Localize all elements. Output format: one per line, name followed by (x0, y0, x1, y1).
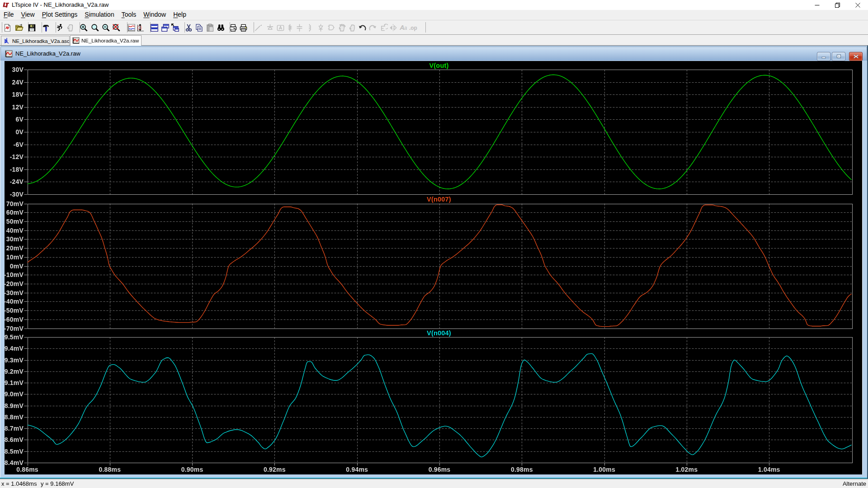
waveform-icon (72, 37, 80, 44)
y-axis-label: -40mV (0, 298, 24, 305)
y-axis-label: 50mV (0, 218, 24, 225)
tab-waveform[interactable]: NE_Likhoradka_V2a.raw (70, 35, 142, 46)
y-axis-label: 8.9mV (0, 402, 24, 409)
y-axis-label: 18V (0, 91, 24, 98)
y-axis-label: 9.1mV (0, 379, 24, 386)
y-axis-label: 10mV (0, 253, 24, 261)
pane-title: V(n007) (427, 196, 451, 203)
y-axis-label: 8.6mV (0, 436, 24, 443)
y-axis-label: 0mV (0, 263, 24, 270)
y-axis-label: -18V (0, 166, 24, 173)
y-axis-label: 8.4mV (0, 459, 24, 466)
y-axis-label: 9.3mV (0, 357, 24, 364)
y-axis-label: 8.5mV (0, 448, 24, 455)
y-axis-label: 70mV (0, 200, 24, 207)
x-axis-label: 0.94ms (337, 466, 377, 473)
x-axis-label: 1.02ms (666, 466, 707, 473)
y-axis-label: 12V (0, 103, 24, 111)
y-axis-label: -10mV (0, 271, 24, 278)
y-axis-label: -50mV (0, 307, 24, 314)
y-axis-label: -30V (0, 191, 24, 198)
x-axis-label: 0.96ms (419, 466, 460, 473)
y-axis-label: 8.8mV (0, 413, 24, 421)
y-axis-label: -30mV (0, 289, 24, 296)
x-axis-label: 0.88ms (90, 466, 130, 473)
waveform-plot-area[interactable]: 30V24V18V12V6V0V-6V-12V-18V-24V-30VV(out… (5, 61, 863, 474)
y-axis-label: 9.0mV (0, 390, 24, 398)
y-axis-label: -12V (0, 153, 24, 160)
x-axis-label: 1.04ms (749, 466, 789, 473)
x-axis-label: 0.90ms (172, 466, 212, 473)
pane-title: V(n004) (427, 329, 451, 337)
y-axis-label: -6V (0, 141, 24, 148)
y-axis-label: 0V (0, 128, 24, 136)
y-axis-label: 60mV (0, 209, 24, 216)
waveform-viewer-window: NE_Likhoradka_V2a.raw 30V24V18V12V6V0V-6… (0, 45, 868, 479)
y-axis-label: 9.4mV (0, 345, 24, 352)
x-axis-label: 1.00ms (584, 466, 625, 473)
tab-label: NE_Likhoradka_V2a.raw (81, 38, 139, 43)
status-cursor-x: x = 1.0468ms (1, 480, 37, 487)
y-axis-label: 6V (0, 116, 24, 123)
status-bar: x = 1.0468ms y = 9.168mV Alternate (0, 479, 868, 488)
axis-labels-layer: 30V24V18V12V6V0V-6V-12V-18V-24V-30VV(out… (0, 0, 868, 488)
y-axis-label: 30mV (0, 235, 24, 243)
y-axis-label: -70mV (0, 325, 24, 332)
x-axis-label: 0.86ms (7, 466, 48, 473)
status-cursor-y: y = 9.168mV (41, 480, 74, 487)
y-axis-label: 8.7mV (0, 425, 24, 432)
status-mode: Alternate (843, 480, 866, 487)
y-axis-label: -20mV (0, 280, 24, 287)
y-axis-label: 40mV (0, 227, 24, 234)
x-axis-label: 0.98ms (501, 466, 542, 473)
y-axis-label: 20mV (0, 244, 24, 252)
y-axis-label: 24V (0, 79, 24, 86)
x-axis-label: 0.92ms (254, 466, 295, 473)
y-axis-label: 30V (0, 66, 24, 73)
pane-title: V(out) (429, 62, 448, 69)
y-axis-label: -24V (0, 178, 24, 185)
application-window: LTspice IV - NE_Likhoradka_V2a.raw FileV… (0, 0, 868, 488)
y-axis-label: -60mV (0, 316, 24, 323)
y-axis-label: 9.2mV (0, 368, 24, 375)
y-axis-label: 9.5mV (0, 333, 24, 341)
